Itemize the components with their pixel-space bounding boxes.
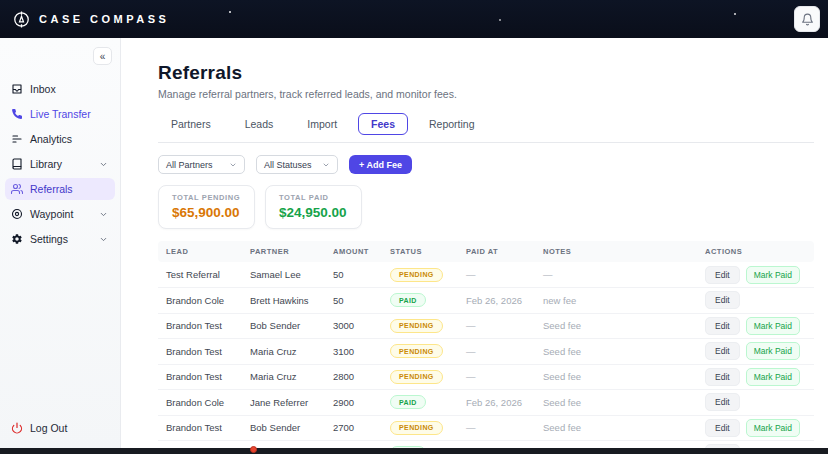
cell-partner: Samael Lee	[242, 262, 325, 288]
edit-button[interactable]: Edit	[705, 317, 740, 335]
cell-status: PAID	[382, 288, 458, 314]
cell-actions: Edit Mark Paid	[697, 364, 814, 390]
cell-status: PENDING	[382, 313, 458, 339]
main-content: Referrals Manage referral partners, trac…	[121, 38, 828, 448]
sidebar-item-label: Inbox	[30, 83, 56, 95]
status-filter-value: All Statuses	[264, 160, 312, 170]
logout-button[interactable]: Log Out	[11, 422, 67, 434]
mark-paid-button[interactable]: Mark Paid	[746, 368, 800, 386]
tab-import[interactable]: Import	[294, 113, 350, 135]
mark-paid-button[interactable]: Mark Paid	[746, 266, 800, 284]
edit-button[interactable]: Edit	[705, 342, 740, 360]
stats-row: TOTAL PENDING $65,900.00 TOTAL PAID $24,…	[158, 185, 814, 229]
total-paid-label: TOTAL PAID	[279, 193, 348, 202]
filters-row: All Partners All Statuses + Add Fee	[158, 155, 814, 174]
tab-partners[interactable]: Partners	[158, 113, 224, 135]
power-icon	[11, 422, 23, 434]
total-pending-label: TOTAL PENDING	[172, 193, 241, 202]
chevron-down-icon	[229, 161, 237, 169]
sidebar: « Inbox Live Transfer Analytics	[0, 38, 121, 448]
cell-partner: Maria Cruz	[242, 364, 325, 390]
gear-icon	[11, 233, 23, 245]
sidebar-item-waypoint[interactable]: Waypoint	[5, 203, 115, 225]
cell-status: PAID	[382, 441, 458, 449]
edit-button[interactable]: Edit	[705, 266, 740, 284]
tab-reporting[interactable]: Reporting	[416, 113, 488, 135]
fees-table: LEAD PARTNER AMOUNT STATUS PAID AT NOTES…	[158, 241, 814, 448]
cell-lead: Brandon Test	[158, 415, 242, 441]
edit-button[interactable]: Edit	[705, 419, 740, 437]
mark-paid-button[interactable]: Mark Paid	[746, 419, 800, 437]
column-header-lead: LEAD	[158, 241, 242, 262]
sidebar-item-settings[interactable]: Settings	[5, 228, 115, 250]
column-header-partner: PARTNER	[242, 241, 325, 262]
waypoint-icon	[11, 208, 23, 220]
cell-actions: Edit Mark Paid	[697, 339, 814, 365]
cell-paid-at: —	[458, 415, 535, 441]
cell-amount: 50	[325, 262, 382, 288]
table-body: Test Referral Samael Lee 50 PENDING — — …	[158, 262, 814, 448]
table-row: Brandon Test Bob Sender 3000 PENDING — S…	[158, 313, 814, 339]
edit-button[interactable]: Edit	[705, 368, 740, 386]
status-filter-select[interactable]: All Statuses	[256, 155, 338, 174]
cell-status: PAID	[382, 390, 458, 416]
sidebar-collapse-button[interactable]: «	[93, 47, 112, 65]
status-badge: PENDING	[390, 421, 443, 435]
cell-actions: Edit Mark Paid	[697, 415, 814, 441]
sidebar-item-label: Library	[30, 158, 62, 170]
chevron-down-icon	[99, 210, 108, 219]
cell-notes: new fee	[535, 288, 697, 314]
cell-notes: —	[535, 262, 697, 288]
mark-paid-button[interactable]: Mark Paid	[746, 342, 800, 360]
cell-status: PENDING	[382, 262, 458, 288]
add-fee-button[interactable]: + Add Fee	[349, 155, 412, 174]
inbox-icon	[11, 83, 23, 95]
cell-amount: 2500	[325, 441, 382, 449]
mark-paid-button[interactable]: Mark Paid	[746, 317, 800, 335]
sidebar-item-referrals[interactable]: Referrals	[5, 178, 115, 200]
cell-paid-at: —	[458, 364, 535, 390]
cell-lead: Brandon Cole	[158, 390, 242, 416]
tab-fees[interactable]: Fees	[358, 113, 408, 135]
total-paid-value: $24,950.00	[279, 205, 348, 220]
compass-logo-icon	[12, 10, 31, 29]
column-header-notes: NOTES	[535, 241, 697, 262]
sidebar-item-live-transfer[interactable]: Live Transfer	[5, 103, 115, 125]
column-header-status: STATUS	[382, 241, 458, 262]
sidebar-item-analytics[interactable]: Analytics	[5, 128, 115, 150]
cell-lead: Brandon Test	[158, 364, 242, 390]
notifications-button[interactable]	[794, 6, 820, 32]
status-badge: PENDING	[390, 268, 443, 282]
cell-notes: Seed fee	[535, 313, 697, 339]
edit-button[interactable]: Edit	[705, 291, 740, 309]
cell-notes: Seed fee	[535, 441, 697, 449]
cell-amount: 3100	[325, 339, 382, 365]
chevron-down-icon	[99, 235, 108, 244]
sidebar-item-inbox[interactable]: Inbox	[5, 78, 115, 100]
cell-partner: Bob Sender	[242, 415, 325, 441]
table-row: Brandon Test Bob Sender 2700 PENDING — S…	[158, 415, 814, 441]
page-subtitle: Manage referral partners, track referred…	[158, 88, 814, 100]
sidebar-item-label: Settings	[30, 233, 68, 245]
table-row: Brandon Test Maria Cruz 2800 PENDING — S…	[158, 364, 814, 390]
cell-notes: Seed fee	[535, 339, 697, 365]
cell-amount: 50	[325, 288, 382, 314]
sidebar-nav: Inbox Live Transfer Analytics Library	[0, 78, 120, 250]
cell-lead: Brandon Test	[158, 313, 242, 339]
edit-button[interactable]: Edit	[705, 393, 740, 411]
partner-filter-select[interactable]: All Partners	[158, 155, 245, 174]
cell-actions: Edit Mark Paid	[697, 313, 814, 339]
cell-status: PENDING	[382, 364, 458, 390]
cell-paid-at: —	[458, 262, 535, 288]
sidebar-item-library[interactable]: Library	[5, 153, 115, 175]
cell-partner: Maria Cruz	[242, 339, 325, 365]
status-badge: PENDING	[390, 319, 443, 333]
table-header: LEAD PARTNER AMOUNT STATUS PAID AT NOTES…	[158, 241, 814, 262]
table-row: Test Referral Samael Lee 50 PENDING — — …	[158, 262, 814, 288]
tab-leads[interactable]: Leads	[232, 113, 287, 135]
cell-lead: Brandon Cole	[158, 441, 242, 449]
bar-chart-icon	[11, 133, 23, 145]
cell-actions: Edit	[697, 288, 814, 314]
cell-amount: 2700	[325, 415, 382, 441]
cell-amount: 2800	[325, 364, 382, 390]
